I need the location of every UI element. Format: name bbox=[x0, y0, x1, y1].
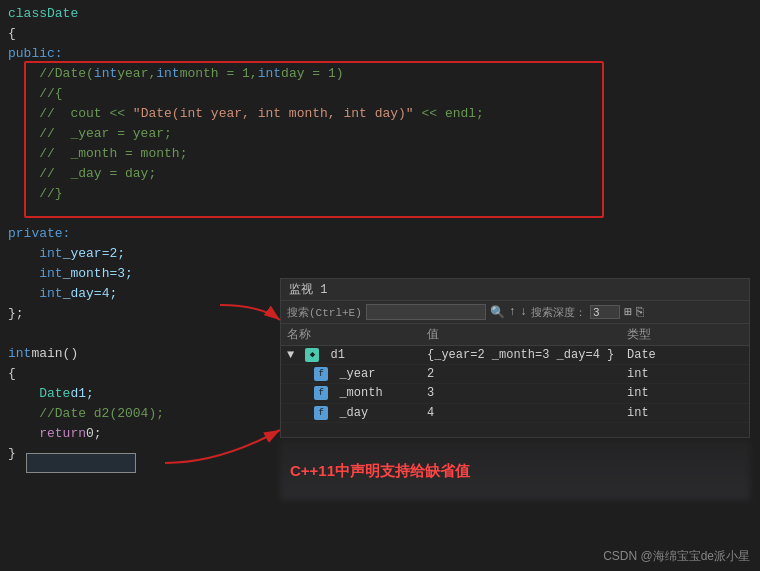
depth-label: 搜索深度： bbox=[531, 305, 586, 320]
depth-input[interactable] bbox=[590, 305, 620, 319]
code-line-9: // _day = day; bbox=[0, 164, 760, 184]
code-line-4: //Date(int year, int month = 1, int day … bbox=[0, 64, 760, 84]
code-line-11 bbox=[0, 204, 760, 224]
watch-table-header: 名称 值 类型 bbox=[281, 324, 749, 346]
month-field-icon: f bbox=[314, 386, 328, 400]
watch-type-d1: Date bbox=[621, 346, 749, 365]
watch-type-year: int bbox=[621, 365, 749, 384]
watch-row-year[interactable]: f _year 2 int bbox=[281, 365, 749, 384]
code-line-3: public: bbox=[0, 44, 760, 64]
watch-name-month: f _month bbox=[281, 384, 421, 403]
watch-table: 名称 值 类型 ▼ ◆ d1 {_year=2 _month=3 _day=4 … bbox=[281, 324, 749, 423]
watch-name-day: f _day bbox=[281, 403, 421, 422]
cpp11-annotation: C++11中声明支持给缺省值 bbox=[290, 462, 470, 481]
keyword-class: class bbox=[8, 4, 47, 24]
watch-value-day: 4 bbox=[421, 403, 621, 422]
watch-search-input[interactable] bbox=[366, 304, 486, 320]
col-type: 类型 bbox=[621, 324, 749, 346]
watch-toolbar[interactable]: 搜索(Ctrl+E) 🔍 ↑ ↓ 搜索深度： ⊞ ⎘ bbox=[281, 301, 749, 324]
watch-name-d1: ▼ ◆ d1 bbox=[281, 346, 421, 365]
watch-type-month: int bbox=[621, 384, 749, 403]
watch-row-month[interactable]: f _month 3 int bbox=[281, 384, 749, 403]
code-line-6: // cout << "Date(int year, int month, in… bbox=[0, 104, 760, 124]
code-line-2: { bbox=[0, 24, 760, 44]
code-line-10: //} bbox=[0, 184, 760, 204]
d1-name-label: d1 bbox=[331, 348, 345, 362]
code-line-1: class Date bbox=[0, 4, 760, 24]
watch-value-year: 2 bbox=[421, 365, 621, 384]
year-name-label: _year bbox=[339, 367, 375, 381]
col-value: 值 bbox=[421, 324, 621, 346]
code-line-7: // _year = year; bbox=[0, 124, 760, 144]
year-field-icon: f bbox=[314, 367, 328, 381]
search-label: 搜索(Ctrl+E) bbox=[287, 305, 362, 320]
day-field-icon: f bbox=[314, 406, 328, 420]
watch-value-month: 3 bbox=[421, 384, 621, 403]
watch-row-d1[interactable]: ▼ ◆ d1 {_year=2 _month=3 _day=4 } Date bbox=[281, 346, 749, 365]
code-line-8: // _month = month; bbox=[0, 144, 760, 164]
month-name-label: _month bbox=[339, 387, 382, 401]
d1-obj-icon: ◆ bbox=[305, 348, 319, 362]
code-line-13: int _year=2; bbox=[0, 244, 760, 264]
copy-icon[interactable]: ⎘ bbox=[636, 305, 644, 320]
expand-icon[interactable]: ⊞ bbox=[624, 304, 632, 320]
code-line-5: //{ bbox=[0, 84, 760, 104]
watch-type-day: int bbox=[621, 403, 749, 422]
code-line-12: private: bbox=[0, 224, 760, 244]
watch-panel-title: 监视 1 bbox=[281, 279, 749, 301]
csdn-watermark: CSDN @海绵宝宝de派小星 bbox=[603, 548, 750, 565]
arrow-up-icon[interactable]: ↑ bbox=[509, 305, 516, 319]
watch-panel: 监视 1 搜索(Ctrl+E) 🔍 ↑ ↓ 搜索深度： ⊞ ⎘ 名称 值 类型 … bbox=[280, 278, 750, 438]
arrow-down-icon[interactable]: ↓ bbox=[520, 305, 527, 319]
search-icon[interactable]: 🔍 bbox=[490, 305, 505, 320]
watch-row-day[interactable]: f _day 4 int bbox=[281, 403, 749, 422]
watch-value-d1: {_year=2 _month=3 _day=4 } bbox=[421, 346, 621, 365]
watch-name-year: f _year bbox=[281, 365, 421, 384]
col-name: 名称 bbox=[281, 324, 421, 346]
expand-d1-icon[interactable]: ▼ bbox=[287, 348, 294, 362]
class-name: Date bbox=[47, 4, 78, 24]
day-name-label: _day bbox=[339, 406, 368, 420]
